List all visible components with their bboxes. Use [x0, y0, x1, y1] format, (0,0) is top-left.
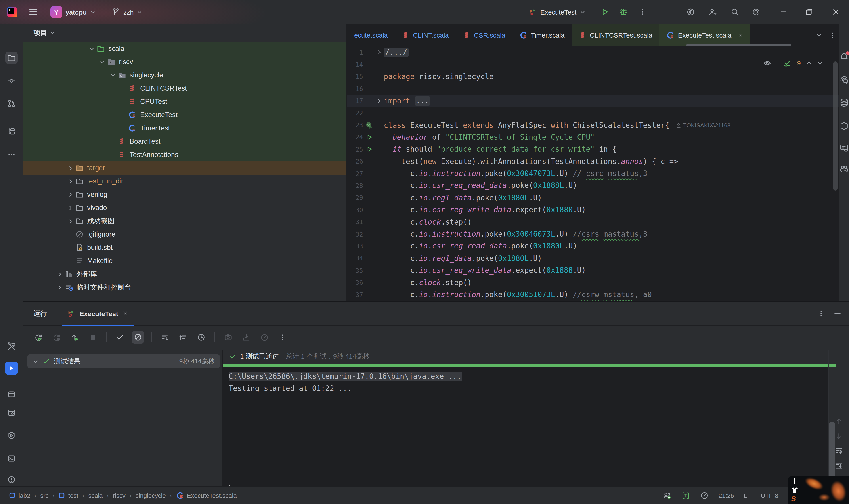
code-line-26[interactable]: 26 test(new Execute).withAnnotations(Tes…: [347, 156, 839, 167]
code-line-17[interactable]: 17import ...: [347, 95, 839, 107]
tree-item-vivado[interactable]: vivado: [23, 201, 346, 214]
run-button[interactable]: [600, 0, 609, 24]
tree-item-verilog[interactable]: verilog: [23, 188, 346, 201]
project-widget[interactable]: Y yatcpu: [50, 0, 96, 24]
problems-icon[interactable]: [5, 473, 17, 486]
notifications-bell-icon[interactable]: [839, 52, 849, 62]
clock-time[interactable]: 21:26: [719, 492, 734, 499]
ai-assistant-icon[interactable]: [839, 75, 849, 85]
project-panel-header[interactable]: 项目: [23, 24, 346, 42]
code-line-25[interactable]: 25 it should "produce correct data for c…: [347, 143, 839, 156]
run-icon[interactable]: [5, 362, 18, 375]
sbt-shell-icon[interactable]: [5, 407, 17, 419]
tree-item-BoardTest[interactable]: BoardTest: [23, 135, 346, 148]
tree-item-外部库[interactable]: 外部库: [23, 268, 346, 281]
test-passed-gutter-icon[interactable]: [364, 121, 375, 129]
reader-mode-eye-icon[interactable]: [762, 58, 771, 68]
next-warning-chevron-icon[interactable]: [817, 60, 823, 66]
soft-wrap-icon[interactable]: [833, 444, 845, 457]
tree-chevron-icon[interactable]: [66, 192, 75, 197]
translate-plugin-icon[interactable]: [682, 491, 690, 500]
database-icon[interactable]: [839, 98, 849, 107]
code-line-15[interactable]: 15package riscv.singlecycle: [347, 71, 839, 83]
code-line-36[interactable]: 36 c.clock.step(): [347, 276, 839, 289]
breadcrumb-scala[interactable]: scala: [88, 492, 103, 499]
editor-scrollbar[interactable]: [833, 61, 837, 191]
editor-tab-Timer.scala[interactable]: Timer.scala: [512, 24, 572, 47]
tree-item-scala[interactable]: scala: [23, 42, 346, 55]
terminal-icon[interactable]: [5, 452, 17, 465]
tree-item-riscv[interactable]: riscv: [23, 55, 346, 69]
inspection-widget[interactable]: 9: [762, 58, 823, 68]
run-configuration-selector[interactable]: ExecuteTest: [529, 0, 585, 24]
sort-asc-icon[interactable]: [177, 331, 189, 343]
run-test-gutter-icon[interactable]: [364, 134, 375, 141]
code-line-1[interactable]: 1/.../: [347, 47, 839, 58]
close-icon[interactable]: [122, 310, 128, 317]
ime-skin-shirt-icon[interactable]: [791, 487, 798, 493]
tree-chevron-icon[interactable]: [55, 271, 65, 277]
code-line-30[interactable]: 30 c.io.csr_reg_write_data.expect(0x1880…: [347, 204, 839, 216]
tree-chevron-icon[interactable]: [66, 205, 75, 211]
scroll-to-end-icon[interactable]: [833, 460, 845, 472]
editor-tab-ExecuteTest.scala[interactable]: ExecuteTest.scala: [659, 24, 751, 47]
settings-button[interactable]: [752, 0, 761, 24]
breadcrumb-src[interactable]: src: [40, 492, 49, 499]
code-line-16[interactable]: 16: [347, 83, 839, 95]
tree-item-临时文件和控制台[interactable]: 临时文件和控制台: [23, 281, 346, 294]
minimize-button[interactable]: [773, 0, 794, 24]
run-test-gutter-icon[interactable]: [364, 146, 375, 153]
code-line-33[interactable]: 33 c.io.csr_reg_read_data.poke(0x1880L.U…: [347, 240, 839, 252]
code-line-28[interactable]: 28 c.io.csr_reg_read_data.poke(0x1888L.U…: [347, 180, 839, 192]
tree-item-CPUTest[interactable]: CPUTest: [23, 95, 346, 108]
code-with-me-button[interactable]: [708, 0, 717, 24]
tree-item-singlecycle[interactable]: singlecycle: [23, 69, 346, 82]
breadcrumb-lab2[interactable]: lab2: [9, 492, 30, 499]
build-tools-icon[interactable]: [5, 340, 17, 352]
project-folder-icon[interactable]: [5, 52, 17, 64]
show-passed-icon[interactable]: [114, 331, 126, 343]
code-line-35[interactable]: 35 c.io.csr_reg_write_data.expect(0x1888…: [347, 264, 839, 276]
close-icon[interactable]: [738, 32, 743, 38]
prev-warning-chevron-icon[interactable]: [806, 60, 812, 66]
structure-icon[interactable]: [5, 125, 17, 138]
line-separator-widget[interactable]: LF: [744, 492, 751, 499]
more-icon[interactable]: [5, 148, 17, 161]
code-line-27[interactable]: 27 c.io.instruction.poke(0x30047073L.U) …: [347, 167, 839, 180]
search-everywhere-button[interactable]: [730, 0, 739, 24]
editor-tab-ecute.scala[interactable]: ecute.scala: [347, 24, 395, 47]
run-tab[interactable]: ExecuteTest: [62, 301, 134, 326]
ime-sogou-logo[interactable]: S: [791, 495, 796, 504]
sbt-hexagon-icon[interactable]: [839, 121, 849, 131]
panel-options-kebab-icon[interactable]: [817, 309, 825, 318]
tree-chevron-icon[interactable]: [97, 59, 107, 65]
tab-options-kebab-icon[interactable]: [828, 31, 836, 39]
tree-item-target[interactable]: target: [23, 161, 346, 175]
breadcrumb-test[interactable]: test: [59, 492, 78, 499]
tree-item-test_run_dir[interactable]: test_run_dir: [23, 175, 346, 188]
debug-button[interactable]: [619, 0, 628, 24]
tree-item-Makefile[interactable]: Makefile: [23, 254, 346, 268]
commit-icon[interactable]: [5, 75, 17, 87]
fold-chevron-icon[interactable]: [375, 98, 384, 104]
warning-count[interactable]: 9: [797, 59, 801, 67]
auto-rerun-icon[interactable]: [69, 331, 81, 343]
editor-tab-CSR.scala[interactable]: CSR.scala: [456, 24, 512, 47]
code-line-22[interactable]: 22: [347, 107, 839, 119]
breadcrumb-riscv[interactable]: riscv: [113, 492, 126, 499]
code-editor[interactable]: 1/.../1415package riscv.singlecycle1617i…: [347, 47, 839, 301]
tree-item-ExecuteTest[interactable]: ExecuteTest: [23, 108, 346, 122]
code-line-31[interactable]: 31 c.clock.step(): [347, 216, 839, 228]
tab-scrollbar[interactable]: [686, 44, 791, 47]
robot-plugin-icon[interactable]: [839, 164, 849, 174]
code-line-34[interactable]: 34 c.io.reg1_data.poke(0x1880L.U): [347, 252, 839, 264]
sort-icon[interactable]: [159, 331, 171, 343]
tree-item-TimerTest[interactable]: TimerTest: [23, 122, 346, 135]
ai-assistant-button[interactable]: [686, 0, 695, 24]
code-line-29[interactable]: 29 c.io.reg1_data.poke(0x1880L.U): [347, 192, 839, 204]
main-menu-button[interactable]: [28, 0, 38, 24]
performance-gauge-icon[interactable]: [700, 491, 709, 500]
tree-item-CLINTCSRTest[interactable]: CLINTCSRTest: [23, 82, 346, 95]
code-line-24[interactable]: 24 behavior of "CLINTCSRTest of Single C…: [347, 131, 839, 143]
code-line-23[interactable]: 23class ExecuteTest extends AnyFlatSpec …: [347, 119, 839, 131]
